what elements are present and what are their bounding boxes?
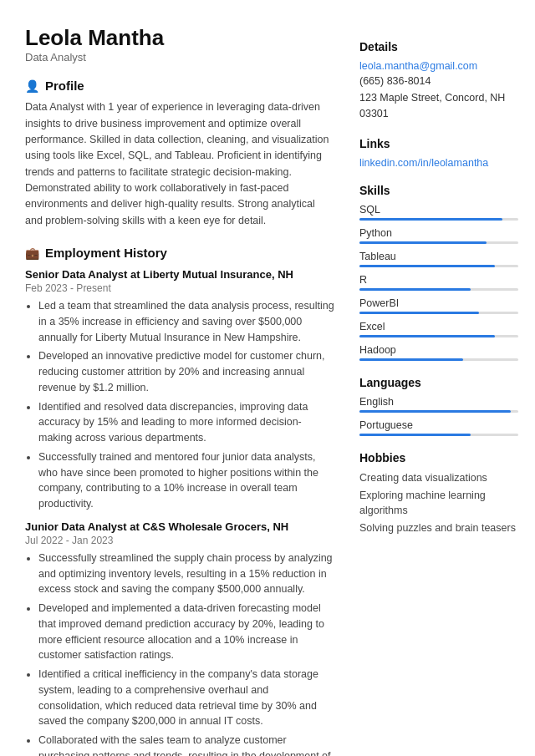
employment-label: Employment History bbox=[45, 246, 167, 260]
lang-name: Portuguese bbox=[359, 419, 518, 431]
job-item: Junior Data Analyst at C&S Wholesale Gro… bbox=[25, 520, 334, 756]
links-header: Links bbox=[359, 137, 518, 150]
employment-section-header: 💼 Employment History bbox=[25, 246, 334, 260]
lang-bar-fill bbox=[359, 410, 511, 413]
lang-english: English bbox=[359, 396, 518, 413]
skill-bar-bg bbox=[359, 265, 518, 267]
skills-header: Skills bbox=[359, 184, 518, 197]
skill-name: Hadoop bbox=[359, 344, 518, 356]
job-title-1: Senior Data Analyst at Liberty Mutual In… bbox=[25, 268, 334, 281]
skill-name: R bbox=[359, 274, 518, 286]
profile-label: Profile bbox=[45, 79, 84, 93]
languages-list: English Portuguese bbox=[359, 396, 518, 436]
bullet: Developed and implemented a data-driven … bbox=[38, 601, 334, 663]
skill-bar-bg bbox=[359, 335, 518, 337]
linkedin-link[interactable]: linkedin.com/in/leolamantha bbox=[359, 157, 518, 169]
candidate-job-title: Data Analyst bbox=[25, 51, 334, 63]
job-bullets-1: Led a team that streamlined the data ana… bbox=[25, 298, 334, 512]
job-title-2: Junior Data Analyst at C&S Wholesale Gro… bbox=[25, 520, 334, 533]
skill-name: Python bbox=[359, 227, 518, 239]
bullet: Identified a critical inefficiency in th… bbox=[38, 667, 334, 729]
hobby-3: Solving puzzles and brain teasers bbox=[359, 521, 518, 536]
bullet: Developed an innovative predictive model… bbox=[38, 348, 334, 395]
skill-bar-bg bbox=[359, 312, 518, 314]
profile-text: Data Analyst with 1 year of experience i… bbox=[25, 99, 334, 229]
skill-bar-bg bbox=[359, 288, 518, 291]
hobby-2: Exploring machine learning algorithms bbox=[359, 489, 518, 518]
hobbies-header: Hobbies bbox=[359, 451, 518, 464]
skill-bar-fill bbox=[359, 288, 471, 291]
skill-python: Python bbox=[359, 227, 518, 244]
skill-name: Tableau bbox=[359, 251, 518, 262]
lang-bar-fill bbox=[359, 434, 471, 436]
skill-bar-bg bbox=[359, 218, 518, 221]
skill-hadoop: Hadoop bbox=[359, 344, 518, 361]
skill-name: SQL bbox=[359, 204, 518, 216]
profile-icon: 👤 bbox=[25, 79, 39, 93]
skill-tableau: Tableau bbox=[359, 251, 518, 267]
employment-icon: 💼 bbox=[25, 246, 39, 260]
lang-bar-bg bbox=[359, 434, 518, 436]
lang-portuguese: Portuguese bbox=[359, 419, 518, 436]
skill-bar-fill bbox=[359, 358, 463, 361]
job-item: Senior Data Analyst at Liberty Mutual In… bbox=[25, 268, 334, 512]
skill-excel: Excel bbox=[359, 321, 518, 337]
skill-r: R bbox=[359, 274, 518, 291]
skill-powerbi: PowerBI bbox=[359, 297, 518, 314]
bullet: Collaborated with the sales team to anal… bbox=[38, 733, 334, 756]
skill-bar-fill bbox=[359, 241, 487, 244]
skill-bar-bg bbox=[359, 358, 518, 361]
job-bullets-2: Successfully streamlined the supply chai… bbox=[25, 551, 334, 756]
left-column: Leola Mantha Data Analyst 👤 Profile Data… bbox=[25, 25, 334, 756]
lang-bar-bg bbox=[359, 410, 518, 413]
skill-sql: SQL bbox=[359, 204, 518, 221]
languages-header: Languages bbox=[359, 376, 518, 389]
address: 123 Maple Street, Concord, NH 03301 bbox=[359, 90, 518, 122]
bullet: Identified and resolved data discrepanci… bbox=[38, 399, 334, 446]
skill-bar-fill bbox=[359, 335, 495, 337]
phone-number: (665) 836-8014 bbox=[359, 75, 518, 87]
email-link[interactable]: leola.mantha@gmail.com bbox=[359, 60, 518, 72]
details-header: Details bbox=[359, 40, 518, 53]
hobbies-list: Creating data visualizations Exploring m… bbox=[359, 471, 518, 536]
job-dates-1: Feb 2023 - Present bbox=[25, 282, 334, 294]
bullet: Successfully streamlined the supply chai… bbox=[38, 551, 334, 597]
skill-bar-fill bbox=[359, 265, 495, 267]
bullet: Successfully trained and mentored four j… bbox=[38, 449, 334, 512]
hobby-1: Creating data visualizations bbox=[359, 471, 518, 486]
candidate-name: Leola Mantha bbox=[25, 25, 334, 51]
profile-section-header: 👤 Profile bbox=[25, 79, 334, 93]
skill-bar-fill bbox=[359, 218, 502, 221]
right-column: Details leola.mantha@gmail.com (665) 836… bbox=[359, 25, 518, 756]
job-dates-2: Jul 2022 - Jan 2023 bbox=[25, 535, 334, 546]
bullet: Led a team that streamlined the data ana… bbox=[38, 298, 334, 345]
skill-bar-bg bbox=[359, 241, 518, 244]
skill-name: Excel bbox=[359, 321, 518, 332]
skills-list: SQL Python Tableau R PowerBI Excel bbox=[359, 204, 518, 361]
skill-name: PowerBI bbox=[359, 297, 518, 309]
lang-name: English bbox=[359, 396, 518, 408]
skill-bar-fill bbox=[359, 312, 479, 314]
